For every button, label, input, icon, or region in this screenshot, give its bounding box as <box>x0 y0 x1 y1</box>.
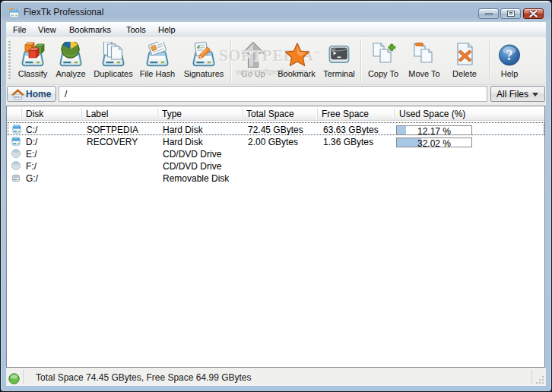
svg-text:?: ? <box>506 48 513 63</box>
